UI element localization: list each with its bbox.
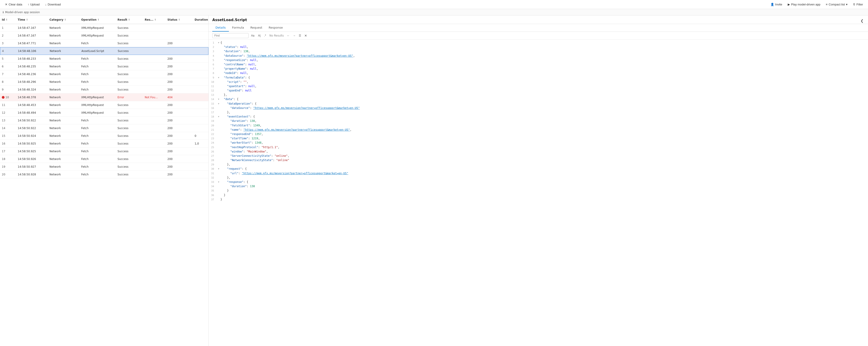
col-header-result[interactable]: Result ↕ bbox=[116, 17, 143, 23]
cell-result: Success bbox=[116, 172, 143, 177]
cell-result: Success bbox=[116, 156, 143, 162]
filter-button[interactable]: ⚲ Filter bbox=[851, 2, 865, 7]
clear-data-icon: ✕ bbox=[5, 3, 7, 6]
table-row[interactable]: 1214:58:48.494NetworkXMLHttpRequestSucce… bbox=[0, 109, 209, 117]
clear-data-button[interactable]: ✕ Clear data bbox=[3, 2, 25, 7]
cell-duration bbox=[193, 166, 209, 168]
line-number: 2 bbox=[210, 45, 217, 49]
play-model-driven-button[interactable]: ▶ Play model-driven app bbox=[785, 2, 823, 7]
left-panel: Id ↕ Time ↕ Category ↕ Operation ↕ Resul… bbox=[0, 16, 209, 346]
tab-details[interactable]: Details bbox=[212, 24, 229, 32]
cell-time: 14:58:50.926 bbox=[16, 156, 48, 162]
cell-status bbox=[166, 50, 193, 52]
cell-id: 6 bbox=[0, 64, 16, 69]
table-row[interactable]: 1514:58:50.924NetworkFetchSuccess2000 bbox=[0, 132, 209, 140]
col-header-operation[interactable]: Operation ↕ bbox=[80, 17, 116, 23]
cell-status: 200 bbox=[165, 56, 193, 61]
table-row[interactable]: 2014:58:50.928NetworkFetchSuccess200 bbox=[0, 171, 209, 178]
table-row[interactable]: 214:58:47.167NetworkXMLHttpRequestSucces… bbox=[0, 32, 209, 39]
line-number: 25 bbox=[210, 145, 217, 149]
table-row[interactable]: 614:58:48.235NetworkFetchSuccess200 bbox=[0, 63, 209, 70]
line-number: 26 bbox=[210, 149, 217, 154]
cell-category: Network bbox=[48, 149, 80, 154]
table-row[interactable]: 1014:58:48.378NetworkXMLHttpRequestError… bbox=[0, 93, 209, 101]
col-header-duration[interactable]: Duration (ms) ↕ bbox=[193, 17, 209, 23]
table-row[interactable]: 114:58:47.167NetworkXMLHttpRequestSucces… bbox=[0, 24, 209, 32]
cell-result: Success bbox=[116, 164, 143, 170]
table-row[interactable]: 714:58:48.236NetworkFetchSuccess200 bbox=[0, 70, 209, 78]
col-header-id[interactable]: Id ↕ bbox=[0, 17, 16, 23]
cell-res bbox=[143, 73, 165, 75]
cell-status: 200 bbox=[165, 40, 193, 46]
table-row[interactable]: 1314:58:50.922NetworkFetchSuccess200 bbox=[0, 117, 209, 124]
cell-category: Network bbox=[48, 56, 80, 61]
code-line: 5 "responseSize": null, bbox=[209, 58, 868, 62]
cell-id: 4 bbox=[0, 48, 16, 54]
tab-response[interactable]: Response bbox=[266, 24, 286, 32]
fold-toggle[interactable] bbox=[217, 102, 220, 106]
table-row[interactable]: 1114:58:48.453NetworkXMLHttpRequestSucce… bbox=[0, 101, 209, 109]
cell-status: 200 bbox=[165, 133, 193, 139]
cell-duration bbox=[193, 158, 209, 160]
cell-category: Network bbox=[48, 48, 80, 54]
code-line: 29 }, bbox=[209, 163, 868, 167]
cell-duration bbox=[193, 104, 209, 106]
line-number: 32 bbox=[210, 176, 217, 180]
find-prev-button[interactable]: ← bbox=[286, 34, 290, 38]
cell-category: Network bbox=[48, 71, 80, 77]
find-options-button[interactable]: ☰ bbox=[298, 34, 302, 38]
table-row[interactable]: 1614:58:50.925NetworkFetchSuccess2001,0 bbox=[0, 140, 209, 147]
upload-button[interactable]: ↑ Upload bbox=[25, 2, 42, 7]
fold-toggle[interactable] bbox=[217, 76, 220, 79]
cell-category: Network bbox=[48, 110, 80, 115]
compact-list-button[interactable]: ≡ Compact list ▾ bbox=[824, 2, 850, 7]
table-row[interactable]: 1814:58:50.926NetworkFetchSuccess200 bbox=[0, 155, 209, 163]
table-row[interactable]: 1414:58:50.922NetworkFetchSuccess200 bbox=[0, 124, 209, 132]
table-row[interactable]: 1714:58:50.925NetworkFetchSuccess200 bbox=[0, 147, 209, 155]
use-regex-button[interactable]: .* bbox=[263, 34, 267, 38]
cell-id: 3 bbox=[0, 40, 16, 46]
fold-toggle[interactable] bbox=[217, 40, 220, 45]
cell-operation: Fetch bbox=[80, 149, 116, 154]
line-number: 30 bbox=[210, 167, 217, 171]
cell-result: Success bbox=[116, 64, 143, 69]
find-next-button[interactable]: → bbox=[292, 34, 297, 38]
fold-toggle[interactable] bbox=[217, 97, 220, 101]
col-header-res[interactable]: Res... ↕ bbox=[143, 17, 165, 23]
line-number: 20 bbox=[210, 123, 217, 128]
close-find-button[interactable]: ✕ bbox=[304, 34, 307, 37]
error-dot-icon bbox=[2, 96, 4, 99]
fold-toggle[interactable] bbox=[217, 180, 220, 184]
match-case-button[interactable]: Aa bbox=[250, 34, 256, 38]
code-line: 4 "dataSource": "https://mem.gfx.ms/meve… bbox=[209, 54, 868, 58]
line-number: 23 bbox=[210, 136, 217, 141]
match-whole-word-button[interactable]: A| bbox=[257, 34, 262, 38]
cell-status: 200 bbox=[165, 118, 193, 123]
table-row[interactable]: 414:58:48.106NetworkAssetLoad.ScriptSucc… bbox=[0, 47, 209, 55]
tab-formula[interactable]: Formula bbox=[229, 24, 247, 32]
table-row[interactable]: 314:58:47.771NetworkFetchSuccess200 bbox=[0, 39, 209, 47]
cell-operation: Fetch bbox=[80, 56, 116, 61]
col-header-category[interactable]: Category ↕ bbox=[48, 17, 80, 23]
fold-toggle[interactable] bbox=[217, 167, 220, 171]
cell-res bbox=[143, 173, 165, 176]
table-row[interactable]: 814:58:48.296NetworkFetchSuccess200 bbox=[0, 78, 209, 86]
table-row[interactable]: 1914:58:50.927NetworkFetchSuccess200 bbox=[0, 163, 209, 171]
cell-duration bbox=[193, 81, 209, 83]
table-row[interactable]: 914:58:48.324NetworkFetchSuccess200 bbox=[0, 86, 209, 93]
cell-status: 200 bbox=[165, 64, 193, 69]
col-header-time[interactable]: Time ↕ bbox=[16, 17, 48, 23]
fold-toggle[interactable] bbox=[217, 115, 220, 118]
tab-request[interactable]: Request bbox=[247, 24, 266, 32]
table-row[interactable]: 514:58:48.233NetworkFetchSuccess200 bbox=[0, 55, 209, 63]
invite-button[interactable]: 👤 Invite bbox=[768, 2, 784, 7]
find-input[interactable] bbox=[212, 33, 249, 38]
code-line: 2 "status": null, bbox=[209, 45, 868, 49]
cell-duration bbox=[193, 150, 209, 152]
download-button[interactable]: ↓ Download bbox=[43, 2, 63, 7]
code-line: 14 "data": { bbox=[209, 97, 868, 102]
close-detail-button[interactable]: ❮ bbox=[860, 18, 864, 24]
col-header-status[interactable]: Status ↕ bbox=[165, 17, 193, 23]
cell-res bbox=[143, 150, 165, 152]
cell-result: Success bbox=[116, 79, 143, 85]
